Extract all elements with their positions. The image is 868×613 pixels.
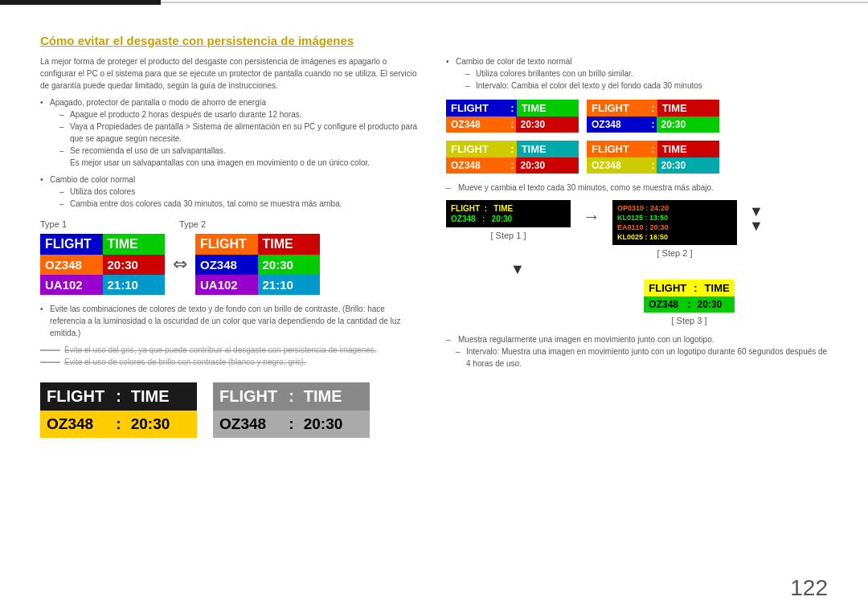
type2-label: Type 2 <box>179 219 206 229</box>
down-arrow-3-icon: ▼ <box>510 261 525 278</box>
rb4-rl: OZ348 <box>587 157 650 174</box>
bd-black-row-right: 20:30 <box>125 411 197 438</box>
rb4-rr: 20:30 <box>657 157 720 174</box>
step3-rl: OZ348 <box>644 296 686 313</box>
step1-line2: OZ348 : 20:30 <box>451 214 566 224</box>
bd-black-row: OZ348 : 20:30 <box>40 411 197 438</box>
step1-line1: FLIGHT : TIME <box>451 203 566 214</box>
left-column: La mejor forma de proteger el producto d… <box>40 55 422 438</box>
step3-rcolon: : <box>686 296 693 313</box>
rb2-rr: 20:30 <box>657 116 720 133</box>
type1-row1: OZ348 20:30 <box>40 255 165 275</box>
page: Cómo evitar el desgaste con persistencia… <box>0 0 868 613</box>
step1-label: [ Step 1 ] <box>446 231 571 240</box>
rb1-rl: OZ348 <box>446 116 510 133</box>
step2-to-step3-arrow: ▼ <box>510 261 828 278</box>
type1-row2-left: UA102 <box>40 275 103 295</box>
final-sub-dash: Intervalo: Muestra una imagen en movimie… <box>446 345 828 370</box>
bd-gray-row-colon: : <box>285 411 297 438</box>
rb2-hcolon: : <box>649 100 657 116</box>
type2-header: FLIGHT TIME <box>195 234 320 255</box>
right-box-1: FLIGHT : TIME OZ348 : 20:30 <box>446 100 579 133</box>
type1-row1-left: OZ348 <box>40 255 103 275</box>
rb1-header: FLIGHT : TIME <box>446 100 579 116</box>
bullet-1: Apagado, protector de pantalla o modo de… <box>40 96 422 169</box>
rb3-header: FLIGHT : TIME <box>446 141 579 157</box>
step3-hr: TIME <box>700 280 735 296</box>
type1-row2-right: 21:10 <box>103 275 166 295</box>
bottom-display-black: FLIGHT : TIME OZ348 : 20:30 <box>40 382 197 438</box>
steps-section: FLIGHT : TIME OZ348 : 20:30 [ Step 1 ] →… <box>446 200 828 370</box>
step1-container: FLIGHT : TIME OZ348 : 20:30 [ Step 1 ] <box>446 200 571 240</box>
step1-display: FLIGHT : TIME OZ348 : 20:30 <box>446 200 571 227</box>
right-box-3: FLIGHT : TIME OZ348 : 20:30 <box>446 141 579 174</box>
step2-display: OP0310 : 24:20 KL0125 : 13:50 EA0110 : 2… <box>612 200 737 245</box>
bd-gray-header: FLIGHT : TIME <box>213 382 370 411</box>
rb1-hcolon: : <box>508 100 516 116</box>
rb2-rl: OZ348 <box>587 116 650 133</box>
rb3-row: OZ348 : 20:30 <box>446 157 579 174</box>
bottom-display-gray: FLIGHT : TIME OZ348 : 20:30 <box>213 382 370 438</box>
strikethrough-row2: Evite el uso de colores de brillo con co… <box>40 358 422 366</box>
dash-2-1: Utiliza dos colores <box>50 186 422 198</box>
strikethrough-text1: Evite el uso del gris, ya que puede cont… <box>64 345 377 354</box>
rb3-hl: FLIGHT <box>446 141 508 157</box>
bottom-displays: FLIGHT : TIME OZ348 : 20:30 <box>40 382 422 438</box>
bd-gray-colon: : <box>285 382 297 411</box>
rb2-row: OZ348 : 20:30 <box>587 116 719 133</box>
step3-label: [ Step 3 ] <box>671 316 706 325</box>
step2-line4: KL0025 : 16:50 <box>617 232 732 242</box>
steps-row-1-2: FLIGHT : TIME OZ348 : 20:30 [ Step 1 ] →… <box>446 200 828 258</box>
rb4-header: FLIGHT : TIME <box>587 141 719 157</box>
type1-header: FLIGHT TIME <box>40 234 165 255</box>
rb1-rr: 20:30 <box>516 116 579 133</box>
step3-rr: 20:30 <box>693 296 735 313</box>
down-arrow-1-icon: ▼ <box>749 204 764 219</box>
rb1-rcolon: : <box>510 116 516 133</box>
rb3-rl: OZ348 <box>446 157 510 174</box>
type2-row2-left: UA102 <box>195 275 258 295</box>
right-column: Cambio de color de texto normal Utiliza … <box>446 55 828 438</box>
rb3-rcolon: : <box>510 157 516 174</box>
section-title: Cómo evitar el desgaste con persistencia… <box>40 34 828 47</box>
bd-black-row-left: OZ348 <box>40 411 113 438</box>
right-move-dash: Mueve y cambia el texto cada 30 minutos,… <box>446 182 828 194</box>
type2-row1-right: 20:30 <box>258 255 321 275</box>
rb3-hcolon: : <box>508 141 516 157</box>
intro-text: La mejor forma de proteger el producto d… <box>40 55 422 92</box>
rb4-hr: TIME <box>657 141 719 157</box>
right-box-4: FLIGHT : TIME OZ348 : 20:30 <box>587 141 719 174</box>
right-dash-2: Intervalo: Cambia el color del texto y d… <box>456 80 828 92</box>
type1-header-right: TIME <box>103 234 166 255</box>
rb2-hl: FLIGHT <box>587 100 649 116</box>
type2-row1: OZ348 20:30 <box>195 255 320 275</box>
type1-row1-right: 20:30 <box>103 255 166 275</box>
bullet-2: Cambio de color normal Utiliza dos color… <box>40 174 422 210</box>
bd-black-row-colon: : <box>113 411 124 438</box>
step2-label: [ Step 2 ] <box>612 248 737 258</box>
dash-2-2: Cambia entre dos colores cada 30 minutos… <box>50 198 422 210</box>
double-arrow-icon: ⇔ <box>173 254 187 275</box>
bd-black-colon: : <box>113 382 125 411</box>
type1-row2: UA102 21:10 <box>40 275 165 295</box>
type-labels-row: Type 1 Type 2 <box>40 219 422 229</box>
bd-gray-header-left: FLIGHT <box>213 382 285 411</box>
step3-hcolon: : <box>691 280 699 296</box>
bd-gray-row: OZ348 : 20:30 <box>213 411 370 438</box>
step3-row: OZ348 : 20:30 <box>644 296 734 313</box>
top-border-left <box>0 0 161 5</box>
rb1-row: OZ348 : 20:30 <box>446 116 579 133</box>
rb1-hl: FLIGHT <box>446 100 508 116</box>
bd-gray-header-right: TIME <box>297 382 370 411</box>
rb4-rcolon: : <box>650 157 657 174</box>
down-arrows: ▼ ▼ <box>749 204 764 233</box>
bd-gray-row-right: 20:30 <box>297 411 370 438</box>
step2-container: OP0310 : 24:20 KL0125 : 13:50 EA0110 : 2… <box>612 200 737 258</box>
step2-line2: KL0125 : 13:50 <box>617 213 732 223</box>
type1-label: Type 1 <box>40 219 67 229</box>
rb1-hr: TIME <box>517 100 579 116</box>
step2-line3: EA0110 : 20:30 <box>617 223 732 232</box>
type2-display: FLIGHT TIME OZ348 20:30 UA102 21:10 <box>195 234 320 295</box>
type1-header-left: FLIGHT <box>40 234 103 255</box>
step3-header: FLIGHT : TIME <box>644 280 734 296</box>
